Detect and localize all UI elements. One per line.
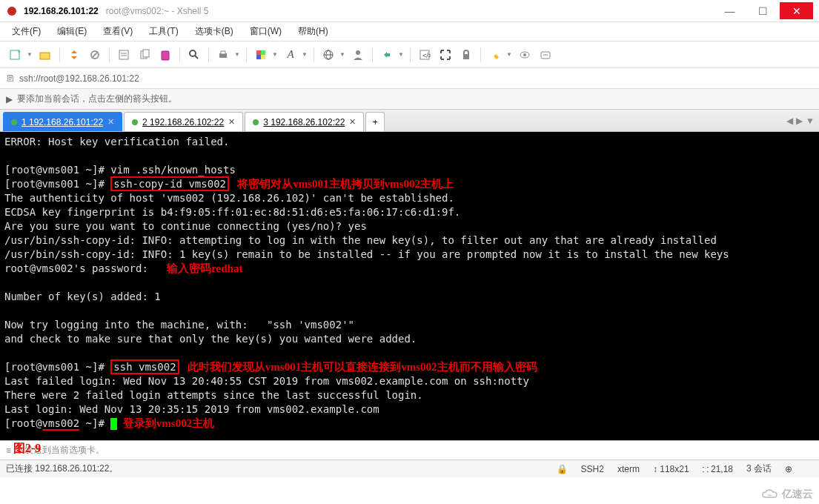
add-tab-button[interactable]: +	[365, 112, 385, 131]
hint-arrow-icon[interactable]: ▶	[6, 94, 13, 105]
highlight-icon[interactable]	[485, 45, 505, 64]
find-icon[interactable]	[185, 45, 204, 64]
menu-window[interactable]: 窗口(W)	[244, 24, 288, 39]
disconnect-icon[interactable]	[85, 45, 105, 64]
svg-text:∞: ∞	[768, 492, 772, 497]
annotation: 将密钥对从vms001主机拷贝到vms002主机上	[229, 178, 454, 190]
highlighted-command: ssh vms002	[110, 359, 179, 374]
highlighted-hostname: vms002	[42, 417, 80, 431]
dropdown-icon[interactable]: ▼	[302, 51, 309, 58]
menu-tools[interactable]: 工具(T)	[143, 24, 184, 39]
status-dot-icon	[253, 119, 259, 125]
close-button[interactable]: ✕	[780, 2, 813, 19]
dropdown-icon[interactable]: ▼	[339, 51, 347, 58]
tab-close-icon[interactable]: ✕	[349, 117, 356, 127]
svg-rect-17	[261, 50, 265, 55]
menu-file[interactable]: 文件(F)	[6, 24, 47, 39]
fullscreen-icon[interactable]	[436, 45, 455, 64]
address-text[interactable]: ssh://root@192.168.26.101:22	[19, 73, 813, 84]
status-dot-icon	[132, 119, 138, 125]
tab-bar: 1 192.168.26.101:22 ✕ 2 192.168.26.102:2…	[0, 110, 819, 132]
dropdown-icon[interactable]: ▼	[398, 51, 405, 58]
terminal[interactable]: ERROR: Host key verification failed. [ro…	[0, 132, 819, 440]
tab-close-icon[interactable]: ✕	[107, 117, 114, 127]
status-dot-icon	[11, 119, 17, 125]
dropdown-icon[interactable]: ▼	[27, 51, 34, 58]
toolbar: + ▼ ▼ ▼ A ▼ ▼ ▼ </> ▼	[0, 42, 819, 68]
titlebar: 192.168.26.101:22 root@vms002:~ - Xshell…	[0, 0, 819, 22]
tunnel-icon[interactable]	[515, 45, 534, 64]
transfer-icon[interactable]	[377, 45, 397, 64]
lock-icon: 🔒	[557, 464, 568, 474]
send-bar: ≡ 本发送到当前选项卡。	[0, 440, 819, 460]
menubar: 文件(F) 编辑(E) 查看(V) 工具(T) 选项卡(B) 窗口(W) 帮助(…	[0, 22, 819, 42]
svg-point-28	[523, 53, 526, 56]
cursor	[110, 418, 117, 430]
status-bar: 已连接 192.168.26.101:22。 🔒 SSH2 xterm ↕ 11…	[0, 460, 819, 477]
session-tab-3[interactable]: 3 192.168.26.102:22 ✕	[245, 112, 364, 131]
figure-label: 图2-9	[13, 441, 41, 457]
svg-rect-11	[162, 51, 169, 60]
hint-bar: ▶ 要添加当前会话，点击左侧的箭头按钮。	[0, 89, 819, 110]
tab-label: 3 192.168.26.102:22	[263, 117, 345, 127]
svg-line-5	[92, 52, 98, 58]
highlighted-command: ssh-copy-id vms002	[110, 176, 229, 191]
maximize-button[interactable]: ☐	[746, 2, 780, 19]
lock-icon[interactable]	[457, 45, 476, 64]
svg-rect-26	[463, 54, 469, 59]
status-size: ↕ 118x21	[653, 464, 689, 474]
status-plus-icon[interactable]: ⊕	[785, 464, 792, 474]
tab-next-icon[interactable]: ▶	[796, 116, 803, 126]
annotation: 此时我们发现从vms001主机可以直接连接到vms002主机而不用输入密码	[179, 361, 537, 373]
reconnect-icon[interactable]	[64, 45, 84, 64]
svg-text:</>: </>	[422, 52, 431, 59]
font-icon[interactable]: A	[281, 45, 300, 64]
copy-icon[interactable]	[135, 45, 154, 64]
svg-rect-19	[261, 55, 265, 59]
svg-point-12	[190, 50, 196, 56]
svg-text:+: +	[17, 48, 21, 56]
svg-point-23	[356, 50, 360, 55]
tab-label: 2 192.168.26.102:22	[142, 117, 224, 127]
open-icon[interactable]	[36, 45, 55, 64]
window-title-main: 192.168.26.101:22	[24, 6, 99, 16]
script-icon[interactable]: </>	[415, 45, 434, 64]
menu-edit[interactable]: 编辑(E)	[51, 24, 93, 39]
paste-icon[interactable]	[156, 45, 175, 64]
annotation: 登录到vms002主机	[117, 417, 214, 429]
dropdown-icon[interactable]: ▼	[506, 51, 514, 58]
menu-view[interactable]: 查看(V)	[97, 24, 139, 39]
user-icon[interactable]	[348, 45, 368, 64]
svg-rect-10	[143, 50, 149, 57]
session-tab-2[interactable]: 2 192.168.26.102:22 ✕	[124, 112, 243, 131]
dropdown-icon[interactable]: ▼	[272, 51, 279, 58]
encoding-icon[interactable]	[319, 45, 338, 64]
status-cursor-pos: ⸬ 21,18	[703, 464, 733, 474]
compose-icon[interactable]	[536, 45, 555, 64]
colorscheme-icon[interactable]	[251, 45, 271, 64]
expand-icon[interactable]: ≡	[6, 445, 11, 456]
minimize-button[interactable]: —	[713, 2, 746, 19]
menu-tabs[interactable]: 选项卡(B)	[189, 24, 239, 39]
status-connection: 已连接 192.168.26.101:22。	[6, 462, 118, 475]
menu-help[interactable]: 帮助(H)	[292, 24, 334, 39]
status-protocol: SSH2	[581, 464, 604, 474]
link-icon: 🖹	[6, 73, 15, 84]
address-bar: 🖹 ssh://root@192.168.26.101:22	[0, 68, 819, 89]
status-term: xterm	[617, 464, 640, 474]
tab-close-icon[interactable]: ✕	[228, 117, 235, 127]
svg-rect-6	[119, 50, 128, 59]
annotation: 输入密码redhat	[167, 262, 242, 274]
tab-menu-icon[interactable]: ▼	[806, 116, 815, 126]
svg-line-13	[195, 56, 198, 59]
session-tab-1[interactable]: 1 192.168.26.101:22 ✕	[3, 112, 122, 131]
status-sessions: 3 会话	[746, 462, 772, 475]
svg-rect-15	[221, 51, 225, 54]
print-icon[interactable]	[213, 45, 233, 64]
new-session-icon[interactable]: +	[6, 45, 25, 64]
svg-rect-3	[40, 53, 50, 59]
tab-label: 1 192.168.26.101:22	[21, 117, 103, 127]
tab-prev-icon[interactable]: ◀	[786, 116, 793, 126]
dropdown-icon[interactable]: ▼	[234, 51, 242, 58]
properties-icon[interactable]	[114, 45, 133, 64]
